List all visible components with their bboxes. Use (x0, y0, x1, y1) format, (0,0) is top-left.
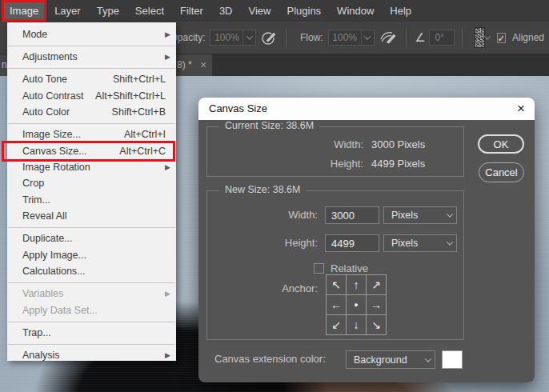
menu-item-image-rotation[interactable]: Image Rotation▶ (7, 159, 176, 175)
chevron-down-icon (443, 235, 456, 251)
dialog-close-icon[interactable]: × (517, 101, 525, 117)
extension-color-swatch[interactable] (442, 350, 463, 369)
new-width-input[interactable] (325, 206, 379, 224)
menu-item-duplicate[interactable]: Duplicate... (7, 230, 176, 246)
current-height-label: Height: (207, 156, 363, 172)
menu-3d[interactable]: 3D (211, 0, 241, 22)
menu-help[interactable]: Help (382, 0, 419, 22)
menu-separator (8, 46, 175, 46)
new-size-group: New Size: 38.6M Width: Pixels Height: Pi… (206, 190, 464, 340)
dialog-body: Current Size: 38.6M Width: 3000 Pixels H… (198, 120, 535, 382)
menu-separator (8, 282, 175, 283)
photoshop-window: Image Layer Type Select Filter 3D View P… (0, 0, 549, 392)
new-height-input[interactable] (325, 234, 379, 252)
anchor-top-left[interactable]: ↖ (327, 275, 346, 294)
image-menu-dropdown: Mode▶ Adjustments▶ Auto ToneShift+Ctrl+L… (7, 22, 176, 361)
width-unit-dropdown[interactable]: Pixels (383, 206, 457, 224)
new-height-label: Height: (207, 234, 318, 252)
chevron-down-icon[interactable] (361, 30, 374, 45)
tab-close-icon[interactable]: × (200, 58, 206, 71)
dialog-title: Canvas Size (209, 102, 267, 114)
anchor-top[interactable]: ↑ (347, 275, 366, 294)
flow-value: 100% (329, 32, 361, 43)
airbrush-icon[interactable] (379, 28, 399, 47)
menu-item-apply-data-set[interactable]: Apply Data Set... (7, 302, 176, 318)
menu-item-analysis[interactable]: Analysis▶ (7, 347, 176, 363)
menu-filter[interactable]: Filter (172, 0, 211, 22)
menu-item-crop[interactable]: Crop (7, 175, 176, 191)
current-size-group: Current Size: 38.6M Width: 3000 Pixels H… (206, 126, 464, 177)
chevron-down-icon (443, 207, 456, 223)
menu-layer[interactable]: Layer (46, 0, 89, 22)
menu-item-trim[interactable]: Trim... (7, 192, 176, 208)
menu-item-mode[interactable]: Mode▶ (7, 26, 176, 42)
new-size-legend: New Size: 38.6M (219, 184, 306, 195)
pattern-picker-chevron[interactable] (485, 27, 491, 48)
current-height-value: 4499 Pixels (371, 156, 463, 172)
menu-bar: Image Layer Type Select Filter 3D View P… (0, 0, 549, 22)
menu-item-apply-image[interactable]: Apply Image... (7, 247, 176, 263)
submenu-arrow-icon: ▶ (165, 286, 170, 302)
anchor-left[interactable]: ← (327, 295, 346, 314)
submenu-arrow-icon: ▶ (165, 347, 170, 363)
submenu-arrow-icon: ▶ (165, 49, 170, 65)
canvas-extension-color-label: Canvas extension color: (214, 353, 326, 365)
dialog-title-bar[interactable]: Canvas Size × (198, 98, 535, 120)
aligned-label: Aligned (512, 32, 544, 43)
menu-separator (8, 227, 175, 228)
relative-label: Relative (331, 262, 368, 274)
anchor-bottom-right[interactable]: ↘ (367, 315, 386, 334)
menu-item-image-size[interactable]: Image Size...Alt+Ctrl+I (7, 126, 176, 142)
anchor-top-right[interactable]: ↗ (367, 275, 386, 294)
submenu-arrow-icon: ▶ (165, 159, 170, 175)
menu-separator (8, 123, 175, 124)
menu-item-calculations[interactable]: Calculations... (7, 263, 176, 279)
pressure-opacity-icon[interactable] (261, 28, 279, 47)
opacity-value: 100% (210, 32, 242, 43)
current-width-label: Width: (207, 137, 363, 153)
menu-item-adjustments[interactable]: Adjustments▶ (7, 49, 176, 65)
cancel-button[interactable]: Cancel (479, 162, 524, 182)
anchor-bottom[interactable]: ↓ (347, 315, 366, 334)
pattern-thumbnail[interactable] (475, 27, 486, 48)
anchor-grid: ↖ ↑ ↗ ← ● → ↙ ↓ ↘ (326, 274, 387, 335)
menu-separator (8, 344, 175, 345)
menu-type[interactable]: Type (89, 0, 127, 22)
opacity-field[interactable]: 100% (210, 30, 256, 46)
menu-separator (8, 68, 175, 69)
aligned-checkbox[interactable]: ✓ (497, 33, 506, 43)
current-width-value: 3000 Pixels (371, 137, 463, 153)
flow-field[interactable]: 100% (328, 30, 375, 46)
flow-label: Flow: (300, 32, 323, 43)
chevron-down-icon[interactable] (242, 30, 255, 45)
relative-checkbox[interactable] (314, 263, 324, 274)
canvas-extension-color-dropdown[interactable]: Background (346, 350, 435, 369)
menu-item-canvas-size[interactable]: Canvas Size...Alt+Ctrl+C (7, 143, 176, 159)
menu-item-variables[interactable]: Variables▶ (7, 286, 176, 302)
menu-window[interactable]: Window (329, 0, 382, 22)
menu-item-auto-tone[interactable]: Auto ToneShift+Ctrl+L (7, 71, 176, 87)
menu-item-auto-color[interactable]: Auto ColorShift+Ctrl+B (7, 104, 176, 120)
ok-button[interactable]: OK (478, 134, 524, 154)
anchor-label: Anchor: (255, 280, 318, 298)
menu-select[interactable]: Select (127, 0, 172, 22)
anchor-center[interactable]: ● (347, 295, 366, 314)
angle-field[interactable]: 0° (429, 30, 455, 46)
menu-plugins[interactable]: Plugins (279, 0, 329, 22)
anchor-bottom-left[interactable]: ↙ (327, 315, 346, 334)
chevron-down-icon (422, 351, 435, 368)
menu-item-reveal-all[interactable]: Reveal All (7, 208, 176, 224)
menu-separator (8, 322, 175, 322)
menu-item-auto-contrast[interactable]: Auto ContrastAlt+Shift+Ctrl+L (7, 88, 176, 104)
angle-icon: ∠ (415, 30, 425, 45)
canvas-size-dialog: Canvas Size × Current Size: 38.6M Width:… (198, 98, 535, 382)
height-unit-dropdown[interactable]: Pixels (383, 234, 457, 252)
menu-image[interactable]: Image (2, 0, 46, 22)
submenu-arrow-icon: ▶ (165, 26, 170, 42)
new-width-label: Width: (207, 206, 318, 224)
tab-title-fragment: 8) * (177, 59, 192, 70)
menu-item-trap[interactable]: Trap... (7, 325, 176, 341)
current-size-legend: Current Size: 38.6M (219, 120, 319, 131)
menu-view[interactable]: View (241, 0, 279, 22)
anchor-right[interactable]: → (367, 295, 386, 314)
